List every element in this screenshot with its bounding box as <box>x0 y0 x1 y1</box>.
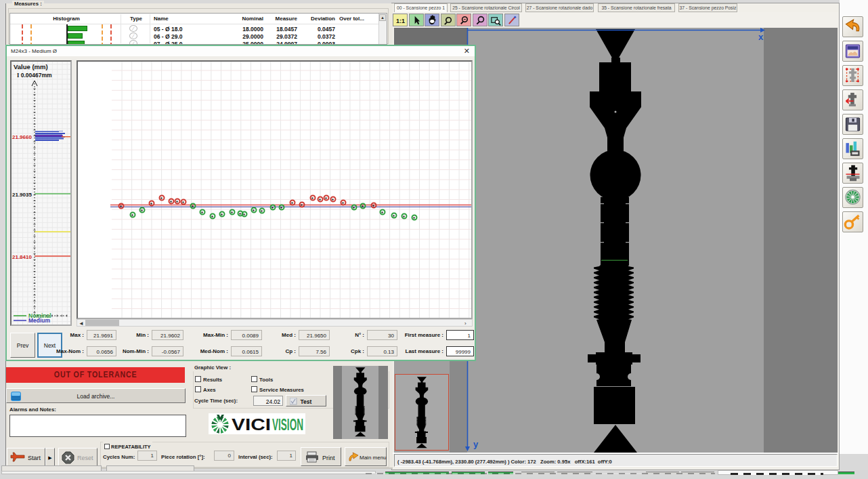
svg-text:VISION: VISION <box>272 415 303 434</box>
svg-text:Medium: Medium <box>28 317 51 324</box>
svg-text:y: y <box>473 439 479 449</box>
svg-text:21.9660: 21.9660 <box>12 134 32 140</box>
svg-text:x: x <box>758 32 764 42</box>
svg-text:I 0.00467mm: I 0.00467mm <box>17 72 52 79</box>
svg-text:VICI: VICI <box>232 415 271 434</box>
svg-text:1:1: 1:1 <box>396 18 405 24</box>
svg-text:21.9035: 21.9035 <box>12 192 32 198</box>
svg-text:Value (mm): Value (mm) <box>14 63 48 70</box>
svg-text:21.8410: 21.8410 <box>12 254 32 260</box>
